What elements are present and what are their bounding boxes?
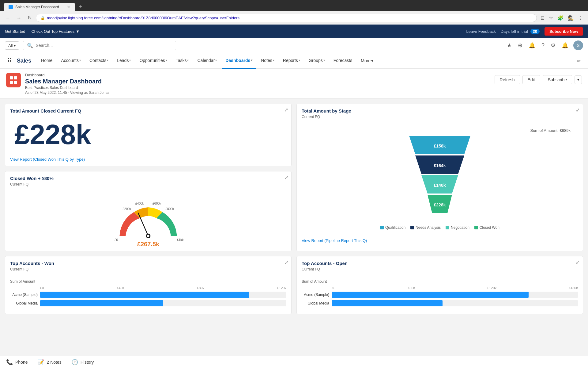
widget-gauge-expand-button[interactable]: ⤢: [284, 174, 288, 180]
legend-dot-qualification: [380, 226, 384, 229]
browser-chrome: Sales Manager Dashboard | Sa... ✕ + ← → …: [0, 0, 588, 25]
close-tab-icon[interactable]: ✕: [67, 5, 70, 10]
widget-funnel-title: Total Amount by Stage: [297, 104, 583, 115]
subscribe-now-button[interactable]: Subscribe Now: [545, 27, 583, 36]
open-bar-row-0: Acme (Sample): [302, 292, 578, 298]
widget-gauge-title: Closed Won + ≥80%: [5, 171, 291, 182]
notifications-icon[interactable]: 🔔: [560, 41, 570, 50]
sf-searchbar: All ▾ 🔍 ★ ⊕ 🔔 ? ⚙ 🔔 S: [0, 38, 588, 53]
opps-chevron-icon: ▾: [166, 59, 167, 62]
subscribe-dashboard-button[interactable]: Subscribe: [543, 75, 572, 84]
nav-item-reports[interactable]: Reports▾: [279, 53, 304, 69]
nav-item-leads[interactable]: Leads▾: [113, 53, 134, 69]
settings-icon[interactable]: ⚙: [549, 41, 557, 50]
widget-open-subtitle: Current FQ: [297, 267, 583, 274]
won-bar-fill-0: [40, 292, 249, 298]
refresh-button[interactable]: Refresh: [495, 75, 520, 84]
address-bar[interactable]: 🔒 moodjoyinc.lightning.force.com/lightni…: [36, 14, 537, 22]
user-avatar[interactable]: S: [573, 40, 583, 50]
widget-total-title: Total Amount Closed Current FQ: [5, 104, 291, 115]
forward-button[interactable]: →: [15, 14, 23, 22]
legend-item-closed-won: Closed Won: [474, 225, 499, 230]
back-button[interactable]: ←: [4, 14, 12, 22]
svg-rect-4: [14, 81, 17, 84]
app-launcher-button[interactable]: ⠿: [5, 55, 14, 67]
dashboard-title: Sales Manager Dashboard: [25, 78, 109, 85]
menu-icon[interactable]: ⋮: [577, 14, 584, 22]
widget-total-expand-button[interactable]: ⤢: [284, 107, 288, 113]
won-bar-label-1: Global Media: [10, 301, 38, 305]
toolbar-icons: ★ ⊕ 🔔 ? ⚙ 🔔 S: [506, 40, 583, 50]
get-started-link[interactable]: Get Started: [5, 29, 25, 34]
nav-item-accounts[interactable]: Accounts▾: [57, 53, 85, 69]
calendar-chevron-icon: ▾: [215, 59, 217, 62]
legend-dot-needs-analysis: [410, 226, 414, 229]
open-axis-tick-2: £120k: [487, 286, 496, 290]
widget-total-amount: ⤢ Total Amount Closed Current FQ £228k V…: [5, 104, 292, 166]
alerts-icon[interactable]: 🔔: [527, 41, 537, 50]
nav-item-opportunities[interactable]: Opportunities▾: [136, 53, 171, 69]
widget-won-expand-button[interactable]: ⤢: [284, 259, 288, 265]
favorites-icon[interactable]: ★: [506, 41, 513, 50]
open-bar-label-1: Global Media: [302, 301, 329, 305]
new-tab-button[interactable]: +: [77, 2, 85, 11]
legend-item-negotiation: Negotiation: [446, 225, 469, 230]
nav-item-home[interactable]: Home: [37, 53, 56, 69]
search-scope-selector[interactable]: All ▾: [5, 41, 19, 50]
leave-feedback-link[interactable]: Leave Feedback: [466, 29, 496, 34]
nav-item-tasks[interactable]: Tasks▾: [172, 53, 193, 69]
add-icon[interactable]: ⊕: [517, 41, 524, 50]
nav-item-dashboards[interactable]: Dashboards▾: [222, 53, 256, 69]
widget-won-title: Top Accounts - Won: [5, 256, 291, 267]
open-axis-tick-1: £60k: [408, 286, 415, 290]
open-bar-fill-0: [332, 292, 529, 298]
funnel-legend: Qualification Needs Analysis Negotiation…: [380, 225, 499, 230]
contacts-chevron-icon: ▾: [107, 59, 108, 62]
nav-edit-button[interactable]: ✏: [574, 56, 583, 66]
lock-icon: 🔒: [40, 16, 45, 20]
open-bar-track-0: [332, 292, 578, 298]
nav-item-more[interactable]: More▾: [357, 53, 377, 69]
incognito-icon[interactable]: 🕵: [567, 14, 575, 22]
cast-icon[interactable]: ⊡: [539, 14, 546, 22]
nav-item-calendar[interactable]: Calendar▾: [194, 53, 221, 69]
accounts-chevron-icon: ▾: [79, 59, 81, 62]
url-text: moodjoyinc.lightning.force.com/lightning…: [47, 16, 239, 20]
nav-item-notes[interactable]: Notes▾: [257, 53, 278, 69]
browser-toolbar: ← → ↻ 🔒 moodjoyinc.lightning.force.com/l…: [0, 11, 588, 25]
widget-funnel-expand-button[interactable]: ⤢: [576, 107, 580, 113]
top-features-link[interactable]: Check Out Top Features ▼: [31, 29, 80, 34]
dashboard-icon: [6, 73, 21, 87]
widget-total-report-link[interactable]: View Report (Closed Won This Q by Type): [5, 155, 291, 166]
widget-top-accounts-won: ⤢ Top Accounts - Won Current FQ Sum of A…: [5, 256, 292, 314]
won-axis-tick-0: £0: [40, 286, 44, 290]
global-search-input[interactable]: [36, 43, 172, 48]
gauge-value: £267.5k: [137, 241, 159, 248]
funnel-container: Sum of Amount: £689k £158k £164k £140k £…: [297, 122, 583, 236]
help-icon[interactable]: ?: [540, 41, 546, 50]
won-bar-row-0: Acme (Sample): [10, 292, 286, 298]
active-tab[interactable]: Sales Manager Dashboard | Sa... ✕: [4, 3, 75, 11]
nav-item-contacts[interactable]: Contacts▾: [86, 53, 112, 69]
bottom-accounts-row: ⤢ Top Accounts - Won Current FQ Sum of A…: [5, 256, 583, 314]
won-bar-track-0: [40, 292, 286, 298]
nav-item-forecasts[interactable]: Forecasts: [330, 53, 356, 69]
bookmark-icon[interactable]: ☆: [548, 14, 554, 22]
dashboard-header: Dashboard Sales Manager Dashboard Best P…: [0, 69, 588, 99]
groups-chevron-icon: ▾: [323, 59, 325, 62]
funnel-sum-label: Sum of Amount: £689k: [303, 128, 577, 133]
widget-open-expand-button[interactable]: ⤢: [576, 259, 580, 265]
edit-button[interactable]: Edit: [522, 75, 540, 84]
dashboards-chevron-icon: ▾: [251, 59, 252, 62]
svg-text:£400k: £400k: [135, 202, 144, 205]
sf-navbar: ⠿ Sales Home Accounts▾ Contacts▾ Leads▾ …: [0, 53, 588, 69]
open-bar-track-1: [332, 300, 578, 306]
won-axis-tick-2: £80k: [197, 286, 204, 290]
extensions-icon[interactable]: 🧩: [556, 14, 565, 22]
global-search-container[interactable]: 🔍: [23, 41, 176, 50]
widget-open-title: Top Accounts - Open: [297, 256, 583, 267]
nav-item-groups[interactable]: Groups▾: [305, 53, 329, 69]
dashboard-actions-dropdown[interactable]: ▾: [575, 75, 582, 84]
funnel-report-link[interactable]: View Report (Pipeline Report This Q): [297, 236, 583, 247]
reload-button[interactable]: ↻: [26, 14, 33, 22]
